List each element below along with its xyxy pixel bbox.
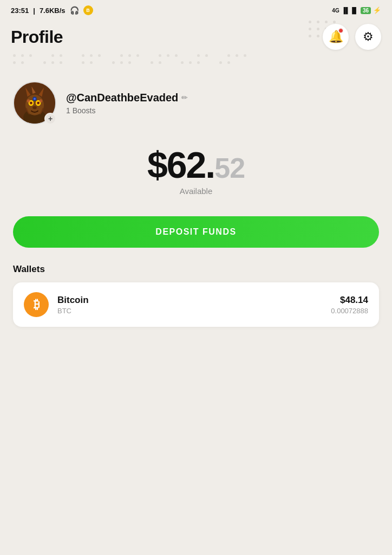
wallet-name: Bitcoin: [57, 295, 89, 306]
lightning-icon: ⚡: [373, 7, 381, 14]
deposit-funds-button[interactable]: DEPOSIT FUNDS: [13, 216, 379, 248]
avatar-wrapper: +: [13, 81, 56, 125]
bitcoin-icon: ₿: [24, 292, 49, 317]
balance-section: $62. 52 Available: [0, 130, 392, 201]
balance-label: Available: [13, 186, 379, 196]
boosts-display: 1 Boosts: [66, 106, 188, 115]
battery-icon: 36: [361, 7, 371, 14]
svg-point-14: [40, 99, 43, 102]
deposit-section: DEPOSIT FUNDS: [0, 201, 392, 259]
notification-badge: [338, 28, 343, 33]
svg-point-12: [32, 106, 37, 109]
signal-bars-icon: ▐▌▐▌: [342, 7, 358, 14]
wallet-right: $48.14 0.00072888: [331, 295, 368, 315]
dot-decoration-bottom: [0, 52, 392, 66]
notifications-button[interactable]: 🔔: [323, 24, 349, 50]
bitcoin-wallet-card[interactable]: ₿ Bitcoin BTC $48.14 0.00072888: [13, 282, 379, 327]
wallet-details: Bitcoin BTC: [57, 295, 89, 315]
balance-amount: $62. 52: [13, 146, 379, 183]
status-bar: 23:51 | 7.6KB/s 🎧 B 4G ▐▌▐▌ 36 ⚡: [0, 0, 392, 18]
username-display: @CanDeathbeEvaded: [66, 92, 178, 104]
status-left: 23:51 | 7.6KB/s 🎧 B: [11, 5, 93, 15]
binance-icon: B: [83, 5, 93, 15]
speed-display: 7.6KB/s: [40, 7, 66, 15]
profile-section: + @CanDeathbeEvaded ✏ 1 Boosts: [0, 70, 392, 130]
wallets-title: Wallets: [13, 264, 379, 275]
headphone-icon: 🎧: [70, 6, 79, 15]
add-photo-button[interactable]: +: [44, 113, 56, 125]
header-actions: 🔔 ⚙: [323, 24, 381, 50]
page-title: Profile: [11, 27, 63, 47]
time-display: 23:51: [11, 7, 29, 15]
balance-cents-value: 52: [214, 154, 245, 182]
page-header: Profile 🔔 ⚙: [0, 18, 392, 52]
profile-info: @CanDeathbeEvaded ✏ 1 Boosts: [66, 92, 188, 115]
svg-point-16: [34, 98, 36, 100]
svg-point-13: [27, 99, 30, 102]
svg-point-11: [37, 102, 39, 104]
wallets-section: Wallets ₿ Bitcoin BTC $48.14 0.00072888: [0, 259, 392, 338]
svg-point-10: [30, 102, 32, 104]
wallet-usd-value: $48.14: [331, 295, 368, 306]
wallet-left: ₿ Bitcoin BTC: [24, 292, 89, 317]
header-area: Profile 🔔 ⚙: [0, 18, 392, 70]
balance-main-value: $62.: [147, 146, 214, 183]
wallet-symbol: BTC: [57, 307, 89, 315]
wallet-btc-value: 0.00072888: [331, 307, 368, 315]
username-row: @CanDeathbeEvaded ✏: [66, 92, 188, 104]
edit-username-button[interactable]: ✏: [181, 93, 188, 102]
separator: |: [33, 7, 35, 15]
gear-icon: ⚙: [363, 30, 374, 44]
4g-icon: 4G: [332, 8, 339, 14]
settings-button[interactable]: ⚙: [355, 24, 381, 50]
status-right: 4G ▐▌▐▌ 36 ⚡: [332, 7, 381, 14]
